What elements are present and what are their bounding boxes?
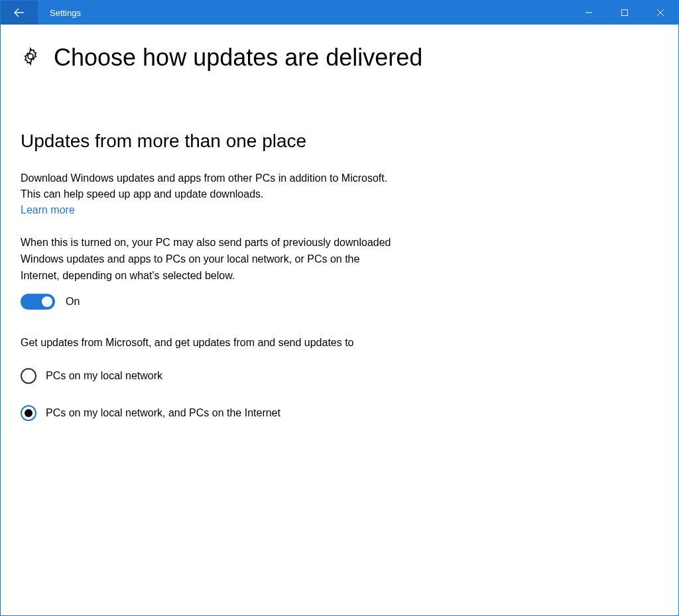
content-area: Choose how updates are delivered Updates… — [1, 25, 678, 615]
minimize-icon — [585, 9, 593, 17]
svg-point-5 — [28, 54, 33, 59]
window-title: Settings — [38, 1, 571, 25]
close-icon — [656, 9, 664, 17]
radio-button-selected-icon — [21, 405, 36, 421]
radio-option-local-network[interactable]: PCs on my local network — [21, 368, 392, 384]
intro-text: Download Windows updates and apps from o… — [21, 170, 392, 204]
toggle-state-label: On — [66, 296, 80, 308]
radio-group-intro: Get updates from Microsoft, and get upda… — [21, 335, 365, 351]
maximize-icon — [621, 9, 629, 17]
page-header: Choose how updates are delivered — [21, 44, 658, 71]
settings-window: Settings — [0, 0, 679, 616]
minimize-button[interactable] — [571, 1, 607, 25]
radio-label: PCs on my local network — [46, 370, 162, 382]
radio-option-local-and-internet[interactable]: PCs on my local network, and PCs on the … — [21, 405, 392, 421]
explain-text: When this is turned on, your PC may also… — [21, 235, 392, 284]
gear-icon — [21, 46, 40, 69]
learn-more-link[interactable]: Learn more — [21, 204, 75, 216]
titlebar: Settings — [1, 1, 678, 25]
section-updates-multiple-places: Updates from more than one place Downloa… — [21, 131, 392, 422]
arrow-left-icon — [13, 6, 26, 19]
radio-button-icon — [21, 368, 36, 384]
page-title: Choose how updates are delivered — [54, 44, 422, 71]
close-button[interactable] — [643, 1, 678, 25]
caption-buttons — [571, 1, 678, 25]
toggle-knob-icon — [42, 296, 52, 307]
radio-label: PCs on my local network, and PCs on the … — [46, 407, 280, 419]
delivery-optimization-toggle[interactable] — [21, 294, 55, 310]
toggle-row: On — [21, 294, 392, 310]
section-heading: Updates from more than one place — [21, 131, 392, 152]
maximize-button[interactable] — [607, 1, 643, 25]
back-button[interactable] — [1, 1, 38, 25]
svg-rect-2 — [622, 10, 628, 16]
